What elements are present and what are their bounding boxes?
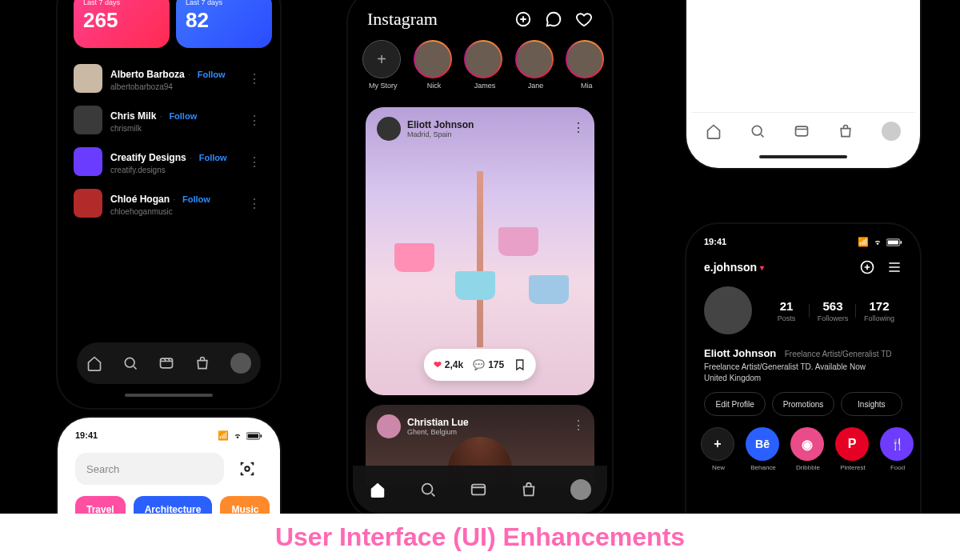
status-bar: 19:41 📶: [704, 237, 902, 247]
nav-shop-icon[interactable]: [520, 481, 538, 498]
feed-post[interactable]: Eliott Johnson Madrid, Spain ⋮ ❤ 2,4k 💬 …: [366, 107, 594, 395]
svg-rect-4: [472, 485, 486, 495]
story-item[interactable]: Mia: [566, 40, 607, 90]
nav-home-icon[interactable]: [86, 355, 102, 371]
follow-link[interactable]: Follow: [199, 153, 227, 162]
nav-search-icon[interactable]: [122, 355, 138, 371]
nav-avatar[interactable]: [230, 353, 251, 374]
avatar[interactable]: [74, 106, 102, 134]
highlight-dribbble[interactable]: ◉ Dribbble: [790, 427, 826, 471]
insights-button[interactable]: Insights: [841, 392, 902, 416]
user-name: Alberto Barboza: [110, 69, 185, 80]
add-icon[interactable]: [859, 259, 875, 275]
stat-card-1[interactable]: Last 7 days 265: [74, 0, 170, 48]
scan-icon[interactable]: [232, 454, 262, 484]
profile-header: e.johnson ▾: [704, 259, 902, 275]
story-label: My Story: [362, 82, 404, 90]
bottom-nav: [691, 112, 915, 149]
nav-reels-icon[interactable]: [794, 123, 810, 139]
avatar[interactable]: [377, 117, 401, 141]
nav-search-icon[interactable]: [750, 123, 766, 139]
follow-link[interactable]: Follow: [198, 70, 226, 79]
post-actions: ❤ 2,4k 💬 175: [424, 349, 536, 381]
follow-row[interactable]: Creatify Designs · Follow creatify.desig…: [74, 141, 264, 182]
follow-link[interactable]: Follow: [169, 111, 197, 121]
more-icon[interactable]: ⋮: [572, 418, 585, 433]
nav-avatar[interactable]: [882, 122, 901, 141]
illustration-gondola: [455, 271, 495, 300]
add-icon[interactable]: [514, 10, 532, 28]
highlight-food[interactable]: 🍴 Food: [880, 427, 915, 471]
nav-search-icon[interactable]: [419, 481, 437, 498]
story-item[interactable]: Nick: [414, 40, 455, 90]
stories-tray[interactable]: + My Story Nick James Jane Mia: [362, 40, 607, 90]
stat-card-2-value: 82: [186, 8, 262, 33]
highlight-behance[interactable]: Bē Behance: [746, 427, 781, 471]
user-handle: chrismilk: [110, 124, 245, 133]
story-item[interactable]: James: [464, 40, 506, 90]
messenger-icon[interactable]: [545, 10, 562, 28]
follow-row[interactable]: Alberto Barboza · Follow albertobarboza9…: [74, 58, 264, 99]
status-bar: 19:41 📶: [75, 430, 262, 441]
more-icon[interactable]: ⋮: [245, 196, 264, 211]
svg-rect-13: [901, 241, 902, 243]
brand-logo[interactable]: Instagram: [367, 9, 502, 30]
follow-row[interactable]: Chloé Hogan · Follow chloehoganmusic ⋮: [74, 182, 264, 224]
display-name: Eliott Johnson: [704, 347, 776, 359]
avatar[interactable]: [377, 414, 401, 438]
heart-icon: ❤: [434, 359, 442, 370]
stat-card-2[interactable]: Last 7 days 82: [176, 0, 272, 48]
highlights-tray[interactable]: + New Bē Behance ◉ Dribbble P Pinterest …: [701, 427, 915, 471]
nav-home-icon[interactable]: [369, 481, 386, 498]
nav-shop-icon[interactable]: [194, 355, 210, 371]
avatar[interactable]: [74, 64, 102, 93]
nav-avatar[interactable]: [570, 479, 591, 500]
promotions-button[interactable]: Promotions: [772, 392, 834, 416]
stat-card-2-label: Last 7 days: [186, 0, 262, 6]
search-input[interactable]: Search: [75, 453, 224, 485]
more-icon[interactable]: ⋮: [245, 113, 264, 128]
phone-follow-light: Creatify Designs · Follow creatify.desig…: [686, 0, 920, 168]
nav-reels-icon[interactable]: [470, 481, 487, 498]
app-header: Instagram: [367, 6, 593, 32]
menu-icon[interactable]: [886, 259, 902, 275]
more-icon[interactable]: ⋮: [245, 71, 264, 86]
nav-reels-icon[interactable]: [158, 355, 174, 371]
like-button[interactable]: ❤ 2,4k: [434, 359, 463, 370]
story-my[interactable]: + My Story: [362, 40, 404, 90]
story-item[interactable]: Jane: [515, 40, 557, 90]
highlight-new[interactable]: + New: [701, 427, 736, 471]
bottom-nav: [77, 342, 261, 384]
edit-profile-button[interactable]: Edit Profile: [704, 392, 766, 416]
more-icon[interactable]: ⋮: [245, 154, 264, 170]
signal-icon: 📶: [858, 237, 869, 247]
caption-bar: User Interface (UI) Enhancements: [0, 514, 960, 560]
comment-button[interactable]: 💬 175: [473, 359, 504, 370]
heart-icon[interactable]: [575, 10, 593, 28]
story-label: Mia: [566, 82, 607, 90]
nav-shop-icon[interactable]: [838, 123, 854, 139]
follow-row[interactable]: Chris Milk · Follow chrismilk ⋮: [74, 99, 264, 141]
wifi-icon: [872, 238, 883, 246]
highlight-pinterest[interactable]: P Pinterest: [835, 427, 870, 471]
avatar[interactable]: [74, 147, 102, 176]
username-switch[interactable]: e.johnson ▾: [704, 261, 764, 274]
chevron-down-icon: ▾: [760, 263, 764, 272]
comment-count: 175: [488, 359, 504, 370]
follow-link[interactable]: Follow: [182, 194, 210, 204]
status-time: 19:41: [704, 237, 726, 247]
battery-icon: [886, 238, 902, 246]
battery-icon: [246, 432, 262, 440]
save-button[interactable]: [514, 358, 526, 371]
stat-followers[interactable]: 563 Followers: [810, 299, 856, 322]
more-icon[interactable]: ⋮: [572, 120, 585, 135]
avatar[interactable]: [74, 189, 102, 218]
follow-row[interactable]: Chloé Hogan · Follow chloehoganmusic ⋮: [702, 0, 904, 6]
nav-home-icon[interactable]: [706, 123, 722, 139]
dot: ·: [188, 70, 193, 79]
stat-posts[interactable]: 21 Posts: [763, 299, 810, 322]
user-name: Chris Milk: [110, 110, 156, 122]
post-header[interactable]: Eliott Johnson Madrid, Spain: [377, 117, 474, 141]
profile-avatar[interactable]: [704, 286, 752, 334]
stat-following[interactable]: 172 Following: [856, 299, 902, 322]
